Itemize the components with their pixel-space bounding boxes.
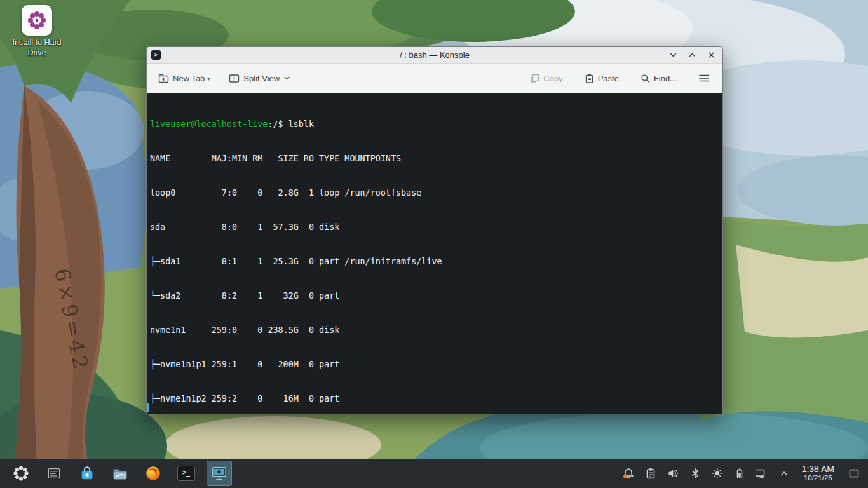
active-window-icon xyxy=(210,465,228,482)
konsole-launcher[interactable]: >_ xyxy=(173,461,199,486)
clock-time: 1:38 AM xyxy=(802,464,834,474)
konsole-window: > / : bash — Konsole New Tab ▾ xyxy=(146,46,723,414)
split-view-button[interactable]: Split View xyxy=(224,70,295,87)
new-tab-button[interactable]: New Tab ▾ xyxy=(153,70,215,87)
close-button[interactable] xyxy=(707,50,716,60)
app-launcher-button[interactable] xyxy=(8,461,34,486)
chevron-up-icon xyxy=(778,468,790,479)
expand-tray-button[interactable] xyxy=(776,465,792,482)
taskbar-panel: >_ xyxy=(0,459,868,488)
lsblk-header-row: NAME MAJ:MIN RM SIZE RO TYPE MOUNTPOINTS xyxy=(150,153,722,165)
window-title: / : bash — Konsole xyxy=(147,50,722,60)
firefox-icon xyxy=(144,464,162,482)
lsblk-row: └─sda2 8:2 1 32G 0 part xyxy=(150,290,722,302)
monitor-icon xyxy=(756,467,768,480)
minimize-button[interactable] xyxy=(668,50,678,60)
window-titlebar[interactable]: > / : bash — Konsole xyxy=(147,47,722,64)
konsole-toolbar: New Tab ▾ Split View Copy xyxy=(147,64,722,93)
new-tab-label: New Tab xyxy=(173,74,205,83)
active-task-konsole[interactable] xyxy=(207,461,232,486)
split-view-chevron-icon xyxy=(283,76,290,81)
copy-label: Copy xyxy=(543,74,562,83)
sun-icon xyxy=(711,467,724,480)
paste-label: Paste xyxy=(598,74,619,83)
find-label: Find... xyxy=(654,74,677,83)
konsole-icon: >_ xyxy=(177,466,195,481)
split-view-icon xyxy=(229,74,240,83)
dolphin-launcher[interactable] xyxy=(107,461,133,486)
terminal-view[interactable]: liveuser@localhost-live:/$ lsblk NAME MA… xyxy=(147,93,722,414)
clipboard-icon xyxy=(644,467,657,480)
prompt-suffix: :/$ xyxy=(268,119,288,129)
terminal-scrollbar-thumb[interactable] xyxy=(147,403,149,412)
paste-button[interactable]: Paste xyxy=(580,70,624,87)
desktop-icon-label: Install to Hard Drive xyxy=(5,38,69,58)
new-tab-dropdown-arrow[interactable]: ▾ xyxy=(207,76,210,82)
night-color-tray-button[interactable] xyxy=(709,465,726,482)
firefox-launcher[interactable] xyxy=(140,461,166,486)
find-button[interactable]: Find... xyxy=(635,70,682,87)
lsblk-row: nvme1n1 259:0 0 238.5G 0 disk xyxy=(150,325,722,336)
system-tray: 1:38 AM 10/21/25 xyxy=(620,464,868,482)
hamburger-menu-button[interactable] xyxy=(693,70,715,86)
terminal-command: lsblk xyxy=(288,119,314,129)
digital-clock[interactable]: 1:38 AM 10/21/25 xyxy=(798,464,838,482)
discover-icon xyxy=(78,464,96,482)
fedora-launcher-icon xyxy=(12,464,30,482)
lsblk-row: loop0 7:0 0 2.8G 1 loop /run/rootfsbase xyxy=(150,187,722,199)
battery-tray-button[interactable] xyxy=(731,465,748,482)
battery-icon xyxy=(733,467,746,480)
search-icon xyxy=(641,74,650,83)
display-tray-button[interactable] xyxy=(754,465,770,482)
volume-tray-button[interactable] xyxy=(665,465,681,482)
copy-button[interactable]: Copy xyxy=(525,70,567,87)
show-desktop-button[interactable] xyxy=(846,465,862,482)
clock-date: 10/21/25 xyxy=(802,474,834,482)
clipboard-tray-button[interactable] xyxy=(642,465,659,482)
copy-icon xyxy=(530,74,539,83)
window-list-icon xyxy=(46,465,62,482)
lsblk-row: ├─sda1 8:1 1 25.3G 0 part /run/initramfs… xyxy=(150,256,722,268)
task-manager-settings-button[interactable] xyxy=(41,461,67,486)
bell-icon xyxy=(622,467,635,480)
new-tab-icon xyxy=(158,74,169,83)
discover-launcher[interactable] xyxy=(74,461,100,486)
speaker-icon xyxy=(667,467,679,480)
lsblk-row: ├─nvme1n1p2 259:2 0 16M 0 part xyxy=(150,393,722,405)
bluetooth-tray-button[interactable] xyxy=(687,465,703,482)
lsblk-row: ├─nvme1n1p1 259:1 0 200M 0 part xyxy=(150,359,722,370)
prompt-user-host: liveuser@localhost-live xyxy=(150,119,268,129)
bluetooth-icon xyxy=(689,467,702,480)
hamburger-icon xyxy=(698,74,710,83)
terminal-prompt-line: liveuser@localhost-live:/$ lsblk xyxy=(150,119,722,130)
lsblk-row: sda 8:0 1 57.3G 0 disk xyxy=(150,222,722,233)
paste-icon xyxy=(585,74,594,83)
notifications-tray-button[interactable] xyxy=(620,465,637,482)
split-view-label: Split View xyxy=(243,74,280,83)
show-desktop-icon xyxy=(848,468,860,478)
konsole-window-icon: > xyxy=(151,50,161,60)
install-to-hard-drive-shortcut[interactable]: Install to Hard Drive xyxy=(5,5,69,58)
maximize-button[interactable] xyxy=(688,50,697,60)
anaconda-installer-icon xyxy=(22,5,52,36)
dolphin-folder-icon xyxy=(111,464,129,482)
